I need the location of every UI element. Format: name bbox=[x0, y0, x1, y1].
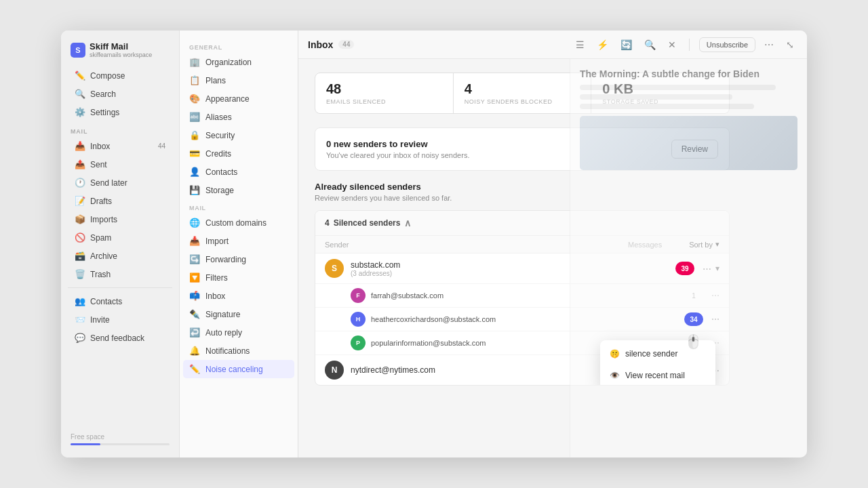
settings-item-appearance[interactable]: 🎨 Appearance bbox=[180, 89, 298, 108]
feedback-icon: 💬 bbox=[75, 333, 85, 343]
settings-item-auto-reply[interactable]: ↩️ Auto reply bbox=[180, 323, 298, 342]
settings-item-storage[interactable]: 💾 Storage bbox=[180, 181, 298, 199]
sidebar-item-contacts[interactable]: 👥 Contacts bbox=[65, 293, 175, 310]
sidebar-item-compose[interactable]: ✏️ Compose bbox=[65, 67, 175, 84]
logo-icon: S bbox=[71, 43, 85, 58]
silence-icon: 🤫 bbox=[610, 349, 620, 359]
stat-label-1: NOISY SENDERS BLOCKED bbox=[465, 98, 580, 105]
unsubscribe-button[interactable]: Unsubscribe bbox=[699, 37, 755, 52]
sidebar-item-invite[interactable]: 📨 Invite bbox=[65, 311, 175, 328]
import-icon: 📥 bbox=[189, 236, 200, 246]
sidebar: S Skiff Mail skiffeamails workspace ✏️ C… bbox=[61, 30, 180, 458]
settings-item-notifications[interactable]: 🔔 Notifications bbox=[180, 342, 298, 360]
context-menu-item-view-mail[interactable]: 👁️ View recent mail bbox=[600, 365, 715, 386]
topbar-more-btn[interactable]: ⋯ bbox=[761, 37, 777, 52]
inbox-settings-icon: 📫 bbox=[189, 291, 200, 301]
contacts-icon: 👥 bbox=[75, 296, 85, 306]
sidebar-item-send-later[interactable]: 🕐 Send later bbox=[65, 174, 175, 191]
more-icon-substack[interactable]: ⋯ bbox=[703, 264, 711, 274]
settings-item-custom-domains[interactable]: 🌐 Custom domains bbox=[180, 214, 298, 232]
trash-icon: 🗑️ bbox=[75, 269, 85, 279]
col-sender-label: Sender bbox=[325, 241, 601, 249]
settings-item-aliases[interactable]: 🔤 Aliases bbox=[180, 108, 298, 126]
storage-icon: 💾 bbox=[189, 185, 200, 195]
signature-icon: ✒️ bbox=[189, 309, 200, 319]
compose-icon: ✏️ bbox=[75, 70, 85, 81]
subrow-heather: H heathercoxrichardson@substack.com 34 ⋯… bbox=[315, 308, 729, 331]
topbar-close-btn[interactable]: ✕ bbox=[665, 37, 679, 52]
search-icon: 🔍 bbox=[75, 89, 85, 99]
invite-icon: 📨 bbox=[75, 314, 85, 325]
view-mail-icon: 👁️ bbox=[610, 371, 620, 380]
sidebar-item-settings[interactable]: ⚙️ Settings bbox=[65, 104, 175, 121]
settings-item-noise-canceling[interactable]: ✏️ Noise canceling bbox=[183, 360, 294, 378]
sender-sub-substack: (3 addresses) bbox=[351, 270, 675, 277]
review-description: You've cleared your inbox of noisy sende… bbox=[326, 151, 469, 159]
filters-icon: 🔽 bbox=[189, 272, 200, 283]
settings-item-credits[interactable]: 💳 Credits bbox=[180, 144, 298, 163]
review-title: 0 new senders to review bbox=[326, 139, 469, 149]
free-space-label: Free space bbox=[71, 433, 170, 441]
stat-number-1: 4 bbox=[465, 81, 580, 97]
collapse-button[interactable]: 4 Silenced senders ∧ bbox=[325, 218, 411, 228]
sidebar-item-inbox[interactable]: 📥 Inbox 44 bbox=[65, 138, 175, 155]
send-later-icon: 🕐 bbox=[75, 178, 85, 188]
stat-emails-silenced: 48 EMAILS SILENCED bbox=[315, 73, 453, 113]
mail-section-label: MAIL bbox=[61, 121, 179, 137]
app-logo: S Skiff Mail skiffeamails workspace bbox=[61, 37, 179, 66]
sidebar-item-feedback[interactable]: 💬 Send feedback bbox=[65, 329, 175, 346]
settings-item-plans[interactable]: 📋 Plans bbox=[180, 71, 298, 89]
sidebar-item-search[interactable]: 🔍 Search bbox=[65, 85, 175, 102]
settings-general-label: GENERAL bbox=[180, 39, 298, 53]
settings-item-import[interactable]: 📥 Import bbox=[180, 232, 298, 250]
silenced-count: 4 bbox=[325, 218, 330, 228]
settings-item-forwarding[interactable]: ↪️ Forwarding bbox=[180, 250, 298, 268]
sub-msg-heather: 34 bbox=[684, 312, 703, 326]
email-bg-line-2 bbox=[580, 94, 732, 100]
sub-avatar-heather: H bbox=[351, 312, 366, 327]
expand-button-substack[interactable]: ▾ bbox=[715, 264, 719, 273]
sub-dots-heather[interactable]: ⋯ bbox=[711, 314, 719, 324]
archive-icon: 🗃️ bbox=[75, 251, 85, 261]
sidebar-item-archive[interactable]: 🗃️ Archive bbox=[65, 247, 175, 264]
cursor-icon: 🖱️ bbox=[685, 333, 702, 350]
settings-item-signature[interactable]: ✒️ Signature bbox=[180, 305, 298, 323]
sidebar-item-spam[interactable]: 🚫 Spam bbox=[65, 229, 175, 246]
table-row: S substack.com (3 addresses) 39 ⋯ ▾ bbox=[315, 253, 729, 284]
settings-mail-label: MAIL bbox=[180, 199, 298, 214]
topbar-view-btn[interactable]: ☰ bbox=[572, 37, 588, 52]
topbar-filter-btn[interactable]: ⚡ bbox=[593, 37, 612, 52]
settings-item-contacts[interactable]: 👤 Contacts bbox=[180, 163, 298, 181]
inbox-badge: 44 bbox=[158, 142, 165, 150]
workspace-name: skiffeamails workspace bbox=[90, 52, 152, 58]
topbar-expand-btn[interactable]: ⤡ bbox=[783, 37, 797, 52]
sidebar-item-imports[interactable]: 📦 Imports bbox=[65, 211, 175, 228]
sent-icon: 📤 bbox=[75, 159, 85, 169]
sidebar-item-trash[interactable]: 🗑️ Trash bbox=[65, 266, 175, 283]
sub-info-heather: heathercoxrichardson@substack.com bbox=[371, 315, 684, 323]
notifications-icon: 🔔 bbox=[189, 346, 200, 356]
security-icon: 🔒 bbox=[189, 130, 200, 140]
message-badge-substack: 39 bbox=[675, 262, 694, 275]
sidebar-item-drafts[interactable]: 📝 Drafts bbox=[65, 192, 175, 209]
settings-panel: GENERAL 🏢 Organization 📋 Plans 🎨 Appeara… bbox=[180, 30, 298, 458]
sender-avatar-nytimes: N bbox=[325, 361, 344, 380]
appearance-icon: 🎨 bbox=[189, 94, 200, 104]
custom-domains-icon: 🌐 bbox=[189, 218, 200, 228]
row-actions-substack: ⋯ ▾ bbox=[703, 264, 719, 274]
email-preview-title: The Morning: A subtle change for Biden bbox=[580, 68, 797, 79]
collapse-chevron-icon: ∧ bbox=[404, 218, 411, 228]
contacts-settings-icon: 👤 bbox=[189, 167, 200, 177]
sidebar-item-sent[interactable]: 📤 Sent bbox=[65, 156, 175, 173]
settings-item-filters[interactable]: 🔽 Filters bbox=[180, 268, 298, 287]
topbar-search-btn[interactable]: 🔍 bbox=[641, 37, 659, 52]
settings-item-security[interactable]: 🔒 Security bbox=[180, 126, 298, 144]
review-text: 0 new senders to review You've cleared y… bbox=[326, 139, 469, 159]
email-bg-line-3 bbox=[580, 104, 754, 109]
sub-avatar-farrah: F bbox=[351, 288, 366, 303]
topbar-refresh-btn[interactable]: 🔄 bbox=[617, 37, 635, 52]
settings-item-inbox-settings[interactable]: 📫 Inbox bbox=[180, 287, 298, 305]
topbar-title: Inbox bbox=[308, 39, 333, 50]
settings-item-organization[interactable]: 🏢 Organization bbox=[180, 53, 298, 71]
inbox-icon: 📥 bbox=[75, 141, 85, 151]
